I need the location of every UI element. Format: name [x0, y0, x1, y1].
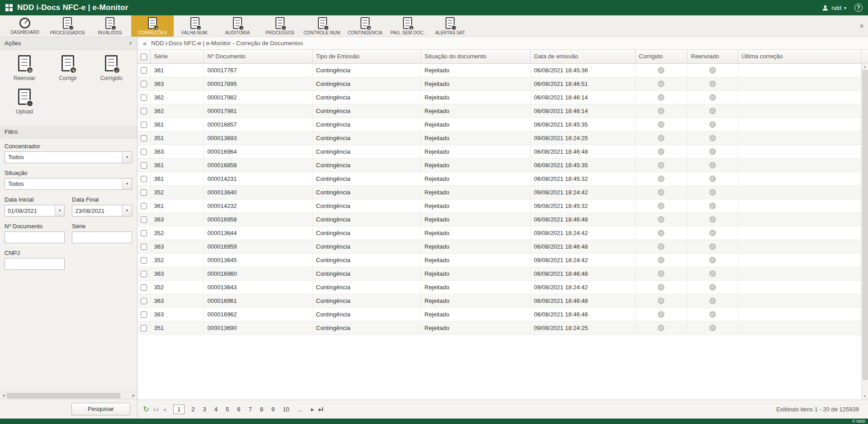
column-header-ultima-correcao[interactable]: Última correção — [738, 50, 861, 63]
next-page-button[interactable]: ▶ — [311, 407, 314, 412]
chevron-down-icon[interactable]: ▼ — [55, 205, 64, 216]
concentrador-select[interactable]: Todos ▼ — [5, 151, 132, 163]
row-checkbox[interactable] — [141, 203, 147, 209]
row-checkbox[interactable] — [141, 189, 147, 196]
table-row[interactable]: 363000016958ContingênciaRejeitado06/08/2… — [138, 212, 861, 226]
toolbar-item-alertas-sat[interactable]: ! ALERTAS SAT — [429, 15, 471, 37]
table-row[interactable]: 352000013640ContingênciaRejeitado09/08/2… — [138, 185, 861, 199]
chevron-down-icon[interactable]: ▼ — [122, 179, 132, 189]
page-button-7[interactable]: 7 — [247, 405, 253, 414]
column-header-tipo-emissao[interactable]: Tipo de Emissão — [312, 50, 421, 63]
toolbar-item-controle-num[interactable]: ! CONTROLE NUM. — [301, 15, 344, 37]
toolbar-item-processados[interactable]: ✓ PROCESSADOS — [46, 15, 89, 37]
column-header-corrigido[interactable]: Corrigido — [635, 50, 687, 63]
page-button-5[interactable]: 5 — [224, 405, 230, 414]
data-inicial-input[interactable] — [5, 205, 55, 216]
table-row[interactable]: 361000014231ContingênciaRejeitado06/08/2… — [138, 172, 861, 185]
action-upload[interactable]: ↑ Upload — [3, 89, 46, 115]
collapse-sidebar-icon[interactable]: « — [143, 39, 147, 47]
app-grid-icon[interactable] — [5, 4, 13, 11]
action-corrigido[interactable]: ✓ Corrigido — [90, 55, 133, 81]
last-page-button[interactable]: ▶ — [318, 407, 323, 412]
scroll-up-icon[interactable]: ▲ — [863, 63, 867, 70]
action-corrigir[interactable]: ✎ Corrigir — [46, 55, 90, 81]
table-row[interactable]: 361000014232ContingênciaRejeitado06/08/2… — [138, 199, 861, 212]
situacao-select[interactable]: Todos ▼ — [5, 178, 132, 190]
first-page-button[interactable]: ◀ — [154, 407, 158, 412]
help-icon[interactable]: ? — [854, 4, 863, 12]
row-checkbox[interactable] — [141, 135, 147, 141]
column-header-reenviado[interactable]: Reenviado — [687, 50, 738, 63]
row-checkbox[interactable] — [141, 122, 147, 128]
table-row[interactable]: 352000013644ContingênciaRejeitado09/08/2… — [138, 226, 861, 240]
action-reenviar[interactable]: ↻ Reenviar — [3, 55, 46, 81]
collapse-actions-icon[interactable]: « — [128, 42, 134, 45]
toolbar-item-processos[interactable]: * PROCESSOS — [259, 15, 301, 37]
row-checkbox[interactable] — [141, 108, 147, 114]
cnpj-input[interactable] — [5, 258, 65, 270]
scroll-down-icon[interactable]: ▼ — [863, 393, 867, 400]
num-documento-input[interactable] — [5, 231, 65, 243]
row-checkbox[interactable] — [141, 325, 147, 331]
table-row[interactable]: 363000016961ContingênciaRejeitado06/08/2… — [138, 294, 861, 307]
table-row[interactable]: 351000013690ContingênciaRejeitado09/08/2… — [138, 321, 861, 334]
page-button-8[interactable]: 8 — [259, 405, 265, 414]
page-button-4[interactable]: 4 — [213, 405, 219, 414]
column-header-data-emissao[interactable]: Data de emissão — [530, 50, 635, 63]
table-row[interactable]: 363000016959ContingênciaRejeitado06/08/2… — [138, 240, 861, 253]
scrollbar-track[interactable] — [7, 393, 130, 398]
toolbar-item-contingencia[interactable]: ✎ CONTINGÊNCIA — [344, 15, 386, 37]
row-checkbox[interactable] — [141, 162, 147, 169]
search-button[interactable]: Pesquisar — [71, 403, 130, 415]
table-row[interactable]: 361000017767ContingênciaRejeitado06/08/2… — [138, 63, 861, 77]
table-row[interactable]: 352000013643ContingênciaRejeitado09/08/2… — [138, 280, 861, 294]
scrollbar-thumb[interactable] — [863, 70, 868, 380]
toolbar-item-falha-num[interactable]: × FALHA NUM. — [174, 15, 216, 37]
toolbar-item-dashboard[interactable]: DASHBOARD — [4, 15, 46, 37]
toolbar-item-pag-sem-doc[interactable]: $ PAG. SEM DOC. — [386, 15, 429, 37]
scrollbar-thumb[interactable] — [7, 393, 120, 398]
chevron-down-icon[interactable]: ▼ — [122, 205, 132, 216]
table-row[interactable]: 363000016962ContingênciaRejeitado06/08/2… — [138, 307, 861, 321]
toolbar-collapse-icon[interactable]: « — [857, 24, 864, 28]
toolbar-item-invalidos[interactable]: × INVÁLIDOS — [89, 15, 131, 37]
row-checkbox[interactable] — [141, 284, 147, 291]
table-row[interactable]: 363000017895ContingênciaRejeitado06/08/2… — [138, 77, 861, 90]
scroll-left-icon[interactable]: ◀ — [0, 394, 7, 397]
grid-vertical-scrollbar[interactable]: ▲ ▼ — [861, 63, 868, 400]
table-row[interactable]: 352000013645ContingênciaRejeitado09/08/2… — [138, 253, 861, 267]
table-row[interactable]: 363000016964ContingênciaRejeitado06/08/2… — [138, 145, 861, 158]
table-row[interactable]: 361000016858ContingênciaRejeitado06/08/2… — [138, 158, 861, 172]
row-checkbox[interactable] — [141, 149, 147, 155]
row-checkbox[interactable] — [141, 257, 147, 264]
row-checkbox[interactable] — [141, 94, 147, 101]
column-header-documento[interactable]: Nº Documento — [204, 50, 312, 63]
page-button-10[interactable]: 10 — [281, 405, 290, 414]
table-row[interactable]: 363000016960ContingênciaRejeitado06/08/2… — [138, 267, 861, 280]
table-row[interactable]: 361000016857ContingênciaRejeitado06/08/2… — [138, 118, 861, 131]
sidebar-horizontal-scrollbar[interactable]: ◀ ▶ — [0, 392, 137, 399]
data-final-input[interactable] — [72, 205, 122, 216]
scrollbar-track[interactable] — [863, 70, 868, 393]
scroll-right-icon[interactable]: ▶ — [130, 394, 137, 397]
row-checkbox[interactable] — [141, 67, 147, 74]
page-button-9[interactable]: 9 — [270, 405, 276, 414]
page-button-2[interactable]: 2 — [190, 405, 196, 414]
row-checkbox[interactable] — [141, 217, 147, 223]
toolbar-item-correcoes[interactable]: ✎ CORREÇÕES — [131, 15, 174, 37]
column-header-serie[interactable]: Série — [150, 50, 204, 63]
page-button-1[interactable]: 1 — [173, 405, 185, 414]
row-checkbox[interactable] — [141, 311, 147, 318]
row-checkbox[interactable] — [141, 244, 147, 250]
row-checkbox[interactable] — [141, 81, 147, 87]
column-header-situacao[interactable]: Situação do documento — [421, 50, 530, 63]
table-row[interactable]: 362000017982ContingênciaRejeitado06/08/2… — [138, 90, 861, 104]
row-checkbox[interactable] — [141, 176, 147, 182]
user-menu[interactable]: ndd ▾ — [822, 5, 846, 11]
page-button-6[interactable]: 6 — [236, 405, 242, 414]
serie-input[interactable] — [72, 231, 132, 243]
refresh-icon[interactable]: ↻ — [143, 405, 149, 413]
row-checkbox[interactable] — [141, 271, 147, 277]
previous-page-button[interactable]: ◀ — [163, 407, 166, 412]
table-row[interactable]: 351000013693ContingênciaRejeitado09/08/2… — [138, 131, 861, 145]
